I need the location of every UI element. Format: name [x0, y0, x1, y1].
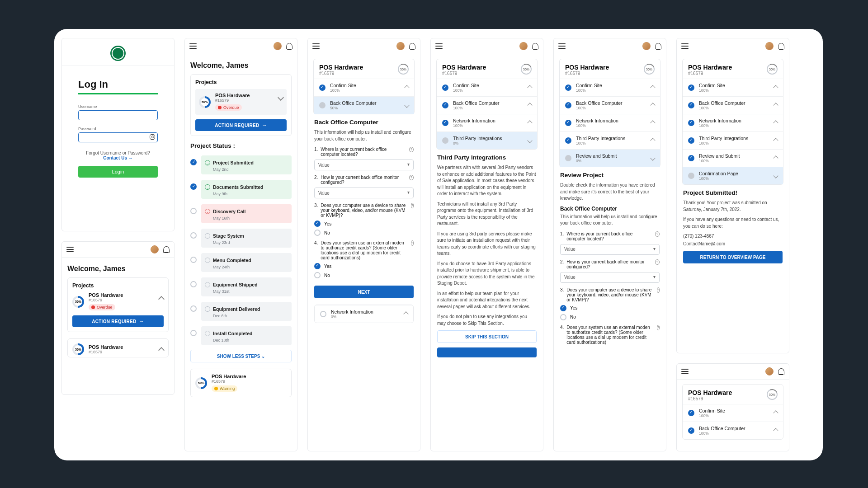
menu-icon[interactable] [558, 43, 566, 49]
acc-back-office[interactable]: Back Office Computer50% [314, 96, 414, 114]
welcome-heading: Welcome, James [67, 265, 169, 273]
forgot-link[interactable]: Forgot Username or Password? [78, 150, 158, 155]
section-heading: Review Project [560, 172, 660, 178]
review-q3: 3.Does your computer use a device to sha… [560, 287, 660, 302]
acc-review[interactable]: Review and Submit0% [560, 149, 660, 167]
bell-icon[interactable] [655, 43, 661, 49]
help-icon[interactable]: ? [655, 231, 660, 237]
acc-confirm-site[interactable]: Confirm Site100% [683, 79, 783, 96]
acc-network-info[interactable]: Network Information0% [315, 305, 413, 323]
contact-link[interactable]: Contact Us → [78, 155, 158, 160]
step-state-icon [205, 160, 210, 165]
acc-review[interactable]: Review and Submit100% [683, 149, 783, 167]
login-button[interactable]: Login [78, 166, 158, 178]
username-label: Username [78, 104, 158, 109]
menu-icon[interactable] [435, 43, 443, 49]
acc-network-info[interactable]: Network Information100% [437, 114, 537, 131]
fragment-screen: POS Hardware#16579 50% Confirm Site100% … [676, 363, 789, 451]
review-q1-select[interactable]: Value [560, 244, 660, 255]
menu-icon[interactable] [66, 247, 74, 252]
projects-header: Projects [195, 79, 287, 85]
q1-select[interactable]: Value [314, 160, 414, 170]
status-step: Install CompletedDec 18th [190, 324, 292, 348]
bell-icon[interactable] [163, 246, 170, 253]
username-input[interactable] [78, 110, 158, 120]
bell-icon[interactable] [532, 43, 538, 49]
bell-icon[interactable] [286, 43, 292, 49]
return-overview-button[interactable]: RETURN TO OVERVIEW PAGE [683, 251, 783, 263]
acc-confirm-site[interactable]: Confirm Site100% [683, 404, 783, 422]
show-less-button[interactable]: SHOW LESS STEPS ⌄ [190, 350, 292, 362]
help-icon[interactable]: ? [411, 203, 414, 208]
review-q2-select[interactable]: Value [560, 272, 660, 283]
step-chip: Stage SystemMay 23rd [201, 229, 292, 248]
q4-yes[interactable]: Yes [314, 263, 414, 269]
eye-icon[interactable] [150, 134, 155, 140]
acc-confirm-site[interactable]: Confirm Site100% [560, 79, 660, 96]
acc-back-office[interactable]: Back Office Computer100% [683, 422, 783, 439]
continue-button[interactable] [437, 347, 537, 357]
avatar[interactable] [519, 42, 528, 50]
project-row-warning[interactable]: 50% POS Hardware #16579 Warning [195, 374, 287, 392]
avatar[interactable] [642, 42, 651, 50]
review-q3-yes[interactable]: Yes [560, 305, 660, 311]
step-state-icon [205, 209, 210, 214]
avatar[interactable] [151, 245, 159, 253]
menu-icon[interactable] [681, 43, 689, 49]
step-state-icon [205, 184, 210, 190]
step-chip: Equipment DeliveredDec 6th [201, 302, 292, 321]
acc-back-office[interactable]: Back Office Computer100% [437, 96, 537, 114]
menu-icon[interactable] [681, 369, 689, 374]
step-state-icon [205, 306, 210, 312]
help-icon[interactable]: ? [657, 325, 660, 330]
bell-icon[interactable] [778, 43, 784, 49]
overdue-badge: Overdue [89, 304, 115, 310]
help-icon[interactable]: ? [655, 259, 660, 265]
progress-ring-icon: 50% [644, 64, 655, 75]
help-icon[interactable]: ? [657, 287, 660, 293]
warning-badge: Warning [212, 385, 237, 392]
project-row[interactable]: 50% POS Hardware #16579 Overdue [72, 292, 164, 311]
submitted-screen: POS Hardware#16579 50% Confirm Site100% … [676, 38, 789, 353]
project-id: #16579 [89, 298, 123, 302]
q3-no[interactable]: No [314, 230, 414, 236]
avatar[interactable] [396, 42, 405, 50]
acc-confirm-site[interactable]: Confirm Site100% [437, 79, 537, 96]
menu-icon[interactable] [312, 43, 320, 49]
acc-tpi[interactable]: Third Party integrations0% [437, 131, 537, 149]
help-icon[interactable]: ? [409, 175, 414, 180]
avatar[interactable] [274, 42, 282, 50]
menu-icon[interactable] [189, 43, 197, 49]
acc-back-office[interactable]: Back Office Computer100% [683, 96, 783, 114]
project-row-expanded[interactable]: 50% POS Hardware #16579 Overdue [199, 93, 283, 111]
acc-tpi[interactable]: Third Party Integrations100% [683, 131, 783, 149]
review-q3-no[interactable]: No [560, 314, 660, 320]
bell-icon[interactable] [778, 368, 784, 375]
welcome-heading: Welcome, James [190, 61, 292, 70]
section-heading: Third Party Integrations [437, 154, 537, 161]
avatar[interactable] [765, 367, 774, 375]
step-chip: Project SubmittedMay 2nd [201, 155, 292, 174]
bell-icon[interactable] [409, 43, 415, 49]
acc-confirm-site[interactable]: Confirm Site100% [314, 79, 414, 96]
step-chip: Documents SubmittedMay 9th [201, 180, 292, 199]
q3-yes[interactable]: Yes [314, 221, 414, 227]
q2-select[interactable]: Value [314, 188, 414, 198]
acc-back-office[interactable]: Back Office Computer100% [560, 96, 660, 114]
next-button[interactable]: NEXT [314, 286, 414, 298]
acc-network-info[interactable]: Network Information100% [683, 114, 783, 131]
section-heading: Back Office Computer [314, 119, 414, 126]
password-input[interactable] [78, 132, 158, 142]
project-row-2[interactable]: 50% POS Hardware #16579 [72, 343, 164, 355]
help-icon[interactable]: ? [411, 240, 414, 246]
action-required-button[interactable]: ACTION REQUIRED [72, 315, 164, 327]
review-q1: 1.Where is your current back office comp… [560, 231, 660, 241]
action-required-button[interactable]: ACTION REQUIRED [195, 119, 287, 131]
acc-network-info[interactable]: Network Information100% [560, 114, 660, 131]
help-icon[interactable]: ? [409, 147, 414, 152]
acc-tpi[interactable]: Third Party Integrations100% [560, 131, 660, 149]
avatar[interactable] [765, 42, 774, 50]
skip-section-button[interactable]: SKIP THIS SECTION [437, 330, 537, 343]
q4-no[interactable]: No [314, 272, 414, 278]
acc-confirmation[interactable]: Confirmation Page100% [683, 167, 783, 184]
